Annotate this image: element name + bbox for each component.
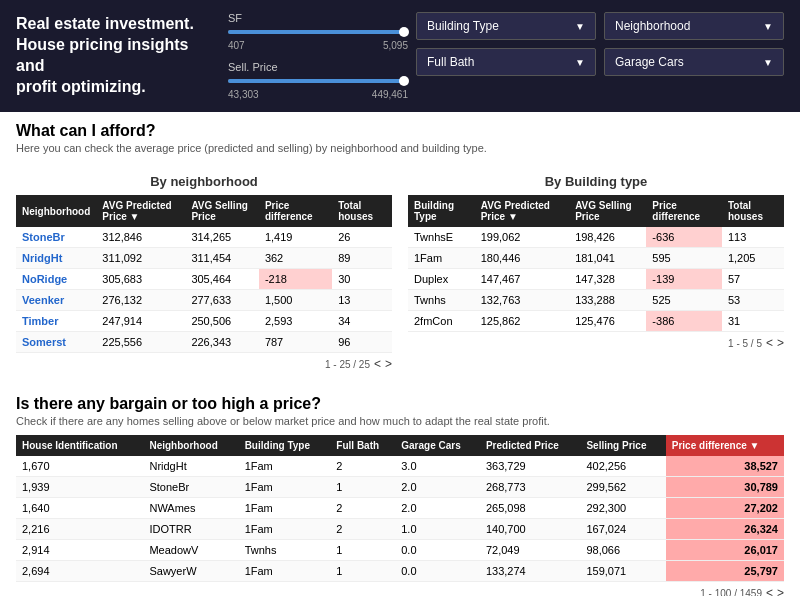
nh-cell-avg-sell: 311,454 — [185, 248, 259, 269]
bt-col-avg-sell[interactable]: AVG Selling Price — [569, 195, 646, 227]
mt-cell-garage: 3.0 — [395, 456, 480, 477]
neighborhood-pagination: 1 - 25 / 25 < > — [16, 353, 392, 375]
sf-slider-group: SF 407 5,095 — [228, 12, 408, 51]
neighborhood-next-arrow[interactable]: > — [385, 357, 392, 371]
bt-col-type[interactable]: Building Type — [408, 195, 475, 227]
nh-col-avg-pred[interactable]: AVG Predicted Price ▼ — [96, 195, 185, 227]
building-type-table-row: TwnhsE 199,062 198,426 -636 113 — [408, 227, 784, 248]
mt-cell-diff: 27,202 — [666, 498, 784, 519]
mt-col-garage[interactable]: Garage Cars — [395, 435, 480, 456]
mt-cell-pred: 133,274 — [480, 561, 581, 582]
neighborhood-dropdown[interactable]: Neighborhood ▼ — [604, 12, 784, 40]
nh-col-avg-sell[interactable]: AVG Selling Price — [185, 195, 259, 227]
mt-cell-diff: 38,527 — [666, 456, 784, 477]
mt-cell-garage: 0.0 — [395, 561, 480, 582]
building-type-table-title: By Building type — [408, 174, 784, 189]
full-bath-label: Full Bath — [427, 55, 474, 69]
mt-cell-garage: 2.0 — [395, 498, 480, 519]
bt-cell-diff: -139 — [646, 269, 722, 290]
bt-cell-diff: -636 — [646, 227, 722, 248]
bt-col-avg-pred[interactable]: AVG Predicted Price ▼ — [475, 195, 569, 227]
mt-cell-bath: 2 — [330, 498, 395, 519]
sf-min: 407 — [228, 40, 245, 51]
bt-cell-type: 1Fam — [408, 248, 475, 269]
neighborhood-table: Neighborhood AVG Predicted Price ▼ AVG S… — [16, 195, 392, 353]
mt-col-neighborhood[interactable]: Neighborhood — [143, 435, 238, 456]
nh-cell-neighborhood: StoneBr — [16, 227, 96, 248]
neighborhood-prev-arrow[interactable]: < — [374, 357, 381, 371]
bt-cell-avg-pred: 132,763 — [475, 290, 569, 311]
mt-col-pred[interactable]: Predicted Price — [480, 435, 581, 456]
mt-col-sell[interactable]: Selling Price — [580, 435, 665, 456]
nh-cell-diff: 1,500 — [259, 290, 332, 311]
mt-cell-id: 2,216 — [16, 519, 143, 540]
building-type-dropdown[interactable]: Building Type ▼ — [416, 12, 596, 40]
mt-cell-type: Twnhs — [239, 540, 331, 561]
nh-cell-avg-sell: 314,265 — [185, 227, 259, 248]
building-type-table-row: 2fmCon 125,862 125,476 -386 31 — [408, 311, 784, 332]
mt-cell-bath: 1 — [330, 540, 395, 561]
full-bath-dropdown[interactable]: Full Bath ▼ — [416, 48, 596, 76]
bt-cell-total: 1,205 — [722, 248, 784, 269]
neighborhood-table-container: By neighborhood Neighborhood AVG Predict… — [16, 174, 392, 375]
main-table-row: 2,694 SawyerW 1Fam 1 0.0 133,274 159,071… — [16, 561, 784, 582]
bt-cell-avg-sell: 147,328 — [569, 269, 646, 290]
sf-max: 5,095 — [383, 40, 408, 51]
building-type-prev-arrow[interactable]: < — [766, 336, 773, 350]
mt-cell-sell: 292,300 — [580, 498, 665, 519]
nh-cell-avg-pred: 247,914 — [96, 311, 185, 332]
mt-cell-id: 1,640 — [16, 498, 143, 519]
sell-price-thumb[interactable] — [399, 76, 409, 86]
sf-thumb[interactable] — [399, 27, 409, 37]
nh-cell-diff: -218 — [259, 269, 332, 290]
neighborhood-table-title: By neighborhood — [16, 174, 392, 189]
section2-subtitle: Check if there are any homes selling abo… — [16, 415, 784, 427]
main-table-row: 2,216 IDOTRR 1Fam 2 1.0 140,700 167,024 … — [16, 519, 784, 540]
main-table-next-arrow[interactable]: > — [777, 586, 784, 596]
neighborhood-pagination-text: 1 - 25 / 25 — [325, 359, 370, 370]
mt-cell-type: 1Fam — [239, 561, 331, 582]
app-title: Real estate investment. House pricing in… — [16, 14, 216, 97]
full-bath-arrow: ▼ — [575, 57, 585, 68]
garage-cars-label: Garage Cars — [615, 55, 684, 69]
building-type-pagination: 1 - 5 / 5 < > — [408, 332, 784, 354]
nh-cell-neighborhood: Somerst — [16, 332, 96, 353]
mt-cell-sell: 159,071 — [580, 561, 665, 582]
mt-cell-sell: 167,024 — [580, 519, 665, 540]
mt-cell-diff: 25,797 — [666, 561, 784, 582]
bt-cell-total: 31 — [722, 311, 784, 332]
mt-cell-type: 1Fam — [239, 519, 331, 540]
mt-cell-id: 1,939 — [16, 477, 143, 498]
section2: Is there any bargain or too high a price… — [0, 385, 800, 596]
garage-cars-dropdown[interactable]: Garage Cars ▼ — [604, 48, 784, 76]
mt-cell-id: 1,670 — [16, 456, 143, 477]
nh-cell-diff: 787 — [259, 332, 332, 353]
mt-col-diff[interactable]: Price difference ▼ — [666, 435, 784, 456]
building-type-table-container: By Building type Building Type AVG Predi… — [408, 174, 784, 375]
sf-track[interactable] — [228, 30, 408, 34]
bt-col-total[interactable]: Total houses — [722, 195, 784, 227]
building-type-next-arrow[interactable]: > — [777, 336, 784, 350]
sell-price-track[interactable] — [228, 79, 408, 83]
bt-col-diff[interactable]: Price difference — [646, 195, 722, 227]
bt-cell-total: 113 — [722, 227, 784, 248]
mt-cell-neighborhood: MeadowV — [143, 540, 238, 561]
bt-cell-type: TwnhsE — [408, 227, 475, 248]
mt-col-type[interactable]: Building Type — [239, 435, 331, 456]
bt-cell-avg-sell: 198,426 — [569, 227, 646, 248]
nh-col-total[interactable]: Total houses — [332, 195, 392, 227]
nh-cell-avg-sell: 277,633 — [185, 290, 259, 311]
mt-cell-pred: 363,729 — [480, 456, 581, 477]
title-line2: House pricing insights and — [16, 36, 188, 74]
mt-cell-diff: 26,324 — [666, 519, 784, 540]
nh-col-diff[interactable]: Price difference — [259, 195, 332, 227]
bt-cell-diff: -386 — [646, 311, 722, 332]
mt-col-id[interactable]: House Identification — [16, 435, 143, 456]
main-table-prev-arrow[interactable]: < — [766, 586, 773, 596]
nh-cell-diff: 2,593 — [259, 311, 332, 332]
nh-col-neighborhood[interactable]: Neighborhood — [16, 195, 96, 227]
bt-cell-avg-pred: 147,467 — [475, 269, 569, 290]
mt-cell-id: 2,694 — [16, 561, 143, 582]
mt-cell-neighborhood: IDOTRR — [143, 519, 238, 540]
mt-col-bath[interactable]: Full Bath — [330, 435, 395, 456]
